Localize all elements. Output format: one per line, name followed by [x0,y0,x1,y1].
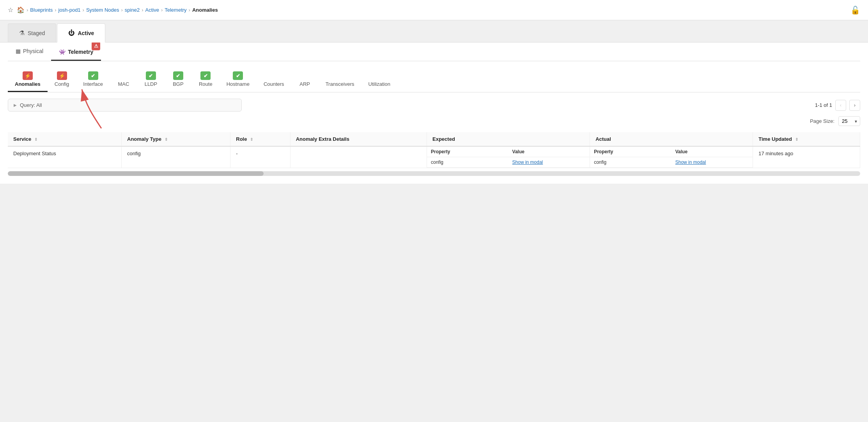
lock-icon[interactable]: 🔓 [850,5,860,15]
telem-tab-anomalies[interactable]: ⚡ Anomalies [8,68,48,92]
col-service: Service ⇕ [8,132,122,146]
next-page-button[interactable]: › [849,100,860,111]
actual-property-header: Property [590,147,671,157]
breadcrumb-current: Anomalies [192,7,218,13]
telem-tab-utilization[interactable]: Utilization [361,68,397,92]
staged-icon: ⚗ [19,29,25,37]
page-size-bar: Page Size: 25 50 100 [8,116,860,126]
cell-anomaly-type: config [122,146,230,168]
telem-tab-counters[interactable]: Counters [257,68,291,92]
page-size-wrapper: 25 50 100 [838,116,860,126]
telem-tab-interface[interactable]: ✔ Interface [76,68,110,92]
anomalies-badge: ⚡ [23,71,33,80]
tab-active[interactable]: ⏻ Active [57,23,105,43]
sub-tab-telemetry-label: Telemetry [68,49,93,55]
telem-tab-mac[interactable]: MAC [110,68,137,92]
table-row: Deployment Status config - Property Valu… [8,146,860,168]
telem-tab-route[interactable]: ✔ Route [192,68,220,92]
cell-role: - [230,146,290,168]
counters-badge [269,71,279,80]
table-header-row: Service ⇕ Anomaly Type ⇕ Role ⇕ Anomaly … [8,132,860,146]
expected-show-modal[interactable]: Show in modal [508,157,590,168]
telem-tab-arp-label: ARP [299,81,310,87]
query-bar: ▶ Query: All 1-1 of 1 ‹ › [8,99,860,112]
col-actual: Actual [590,132,753,146]
breadcrumb-telemetry[interactable]: Telemetry [165,7,186,13]
sort-role-icon[interactable]: ⇕ [250,137,253,142]
breadcrumb-active[interactable]: Active [145,7,159,13]
breadcrumb-josh-pod1[interactable]: josh-pod1 [58,7,81,13]
sub-tab-telemetry[interactable]: ⚠ 👾 Telemetry [51,43,101,61]
telem-tab-config[interactable]: ⚡ Config [48,68,76,92]
query-label: Query: All [20,102,42,108]
telem-tab-counters-label: Counters [264,81,284,87]
top-bar: ☆ 🏠 › Blueprints › josh-pod1 › System No… [0,0,868,20]
cell-extra-details [290,146,427,168]
telem-tabs: ⚡ Anomalies ⚡ Config ✔ Interface MAC ✔ L… [8,68,860,92]
breadcrumb: ☆ 🏠 › Blueprints › josh-pod1 › System No… [8,6,218,14]
cell-expected: Property Value config Show in modal [427,146,590,168]
active-icon: ⏻ [68,30,74,37]
sort-anomaly-icon[interactable]: ⇕ [165,137,168,142]
telemetry-warning-badge: ⚠ [92,42,100,50]
main-tabs: ⚗ Staged ⏻ Active [0,20,868,43]
telemetry-icon: 👾 [59,49,66,55]
tab-staged[interactable]: ⚗ Staged [8,23,56,42]
expected-config-label: config [427,157,508,168]
star-icon[interactable]: ☆ [8,6,13,14]
telem-tab-anomalies-label: Anomalies [15,81,41,87]
utilization-badge [374,71,384,80]
col-anomaly-type: Anomaly Type ⇕ [122,132,230,146]
arp-badge [300,71,310,80]
breadcrumb-spine2[interactable]: spine2 [125,7,140,13]
col-expected: Expected [427,132,590,146]
telem-tab-arp[interactable]: ARP [291,68,319,92]
breadcrumb-system-nodes[interactable]: System Nodes [86,7,119,13]
telem-tab-interface-label: Interface [83,81,103,87]
mac-badge [119,71,129,80]
pagination-range: 1-1 of 1 [815,102,832,108]
query-arrow: ▶ [14,103,17,107]
telem-tab-utilization-label: Utilization [368,81,390,87]
telem-tab-lldp[interactable]: ✔ LLDP [137,68,165,92]
telem-tab-mac-label: MAC [118,81,129,87]
lldp-badge: ✔ [146,71,156,80]
sort-service-icon[interactable]: ⇕ [34,137,37,142]
actual-value-header: Value [671,147,753,157]
sub-tab-physical[interactable]: ▦ Physical [8,43,51,61]
page-size-select[interactable]: 25 50 100 [838,116,860,126]
cell-actual: Property Value config Show in modal [590,146,753,168]
physical-icon: ▦ [16,48,21,54]
scroll-thumb[interactable] [8,171,264,176]
home-icon[interactable]: 🏠 [17,6,25,14]
expected-property-header: Property [427,147,508,157]
tab-staged-label: Staged [28,30,45,36]
telem-tab-lldp-label: LLDP [145,81,158,87]
cell-service: Deployment Status [8,146,122,168]
anomalies-table: Service ⇕ Anomaly Type ⇕ Role ⇕ Anomaly … [8,132,860,168]
telem-tab-transceivers-label: Transceivers [326,81,354,87]
page-size-label: Page Size: [810,118,834,124]
tab-active-label: Active [78,30,94,36]
transceivers-badge [335,71,345,80]
actual-show-modal[interactable]: Show in modal [671,157,753,168]
query-filter[interactable]: ▶ Query: All [8,99,242,112]
telem-tab-route-label: Route [199,81,213,87]
cell-time-updated: 17 minutes ago [753,146,860,168]
main-content: ▦ Physical ⚠ 👾 Telemetry ⚡ Anomalies ⚡ C… [0,43,868,184]
telem-tab-hostname[interactable]: ✔ Hostname [220,68,257,92]
bgp-badge: ✔ [173,71,183,80]
prev-page-button[interactable]: ‹ [835,100,846,111]
interface-badge: ✔ [88,71,98,80]
col-extra-details: Anomaly Extra Details [290,132,427,146]
telem-tab-transceivers[interactable]: Transceivers [319,68,361,92]
sort-time-icon[interactable]: ⇕ [795,137,798,142]
breadcrumb-blueprints[interactable]: Blueprints [30,7,53,13]
telem-tab-bgp[interactable]: ✔ BGP [165,68,192,92]
col-role: Role ⇕ [230,132,290,146]
telem-tab-bgp-label: BGP [173,81,183,87]
sub-tabs: ▦ Physical ⚠ 👾 Telemetry [8,43,860,61]
horizontal-scrollbar[interactable] [8,171,860,176]
sub-tab-physical-label: Physical [23,48,43,54]
expected-value-header: Value [508,147,590,157]
